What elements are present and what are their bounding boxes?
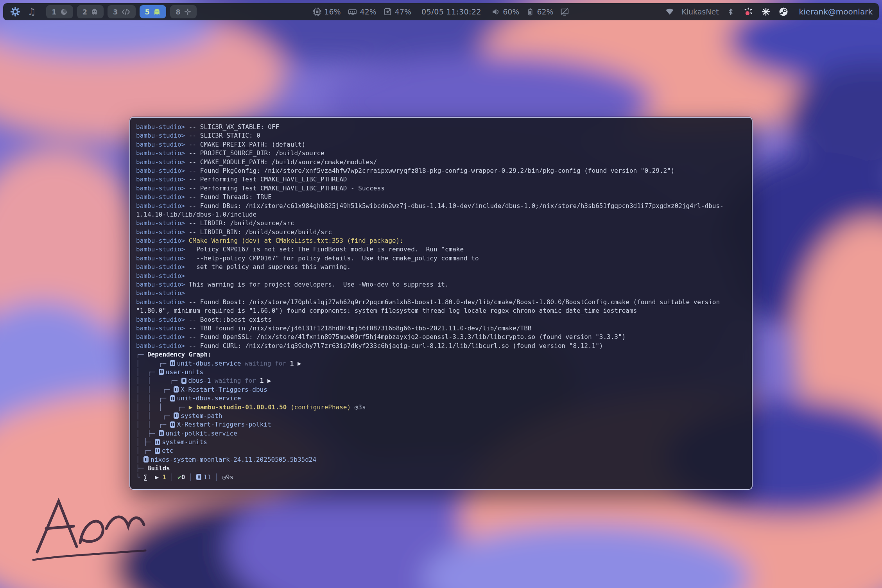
log-text: set the policy and suppress this warning… [189, 263, 351, 271]
pause-icon [143, 456, 149, 463]
dependency-graph-line: │ ┌─ etc [136, 446, 746, 455]
graph-warrow: ▶ [267, 377, 271, 384]
graph-name: X-Restart-Triggers-dbus [181, 386, 267, 393]
terminal-line: bambu-studio> -- Performing Test CMAKE_H… [136, 184, 746, 193]
log-prefix: bambu-studio> [136, 185, 189, 192]
volume-stat: 60% [491, 7, 519, 16]
log-text: -- Found Threads: TRUE [189, 193, 272, 201]
graph-num: 1 [162, 473, 166, 481]
log-prefix: bambu-studio> [136, 219, 189, 227]
workspace-2[interactable]: 2 [77, 5, 104, 18]
workspace-number: 8 [176, 8, 181, 16]
graph-warrow: ▶ [155, 473, 162, 481]
tree-connector: ├─ [136, 464, 147, 472]
terminal-line: bambu-studio> -- TBB found in /nix/store… [136, 324, 746, 333]
screen-share-off-icon [561, 7, 569, 16]
nix-menu-icon[interactable] [9, 6, 21, 18]
terminal-line: bambu-studio> This warning is for projec… [136, 280, 746, 289]
graph-pnum: 11 [203, 473, 211, 481]
dependency-graph-line: │ nixos-system-moonlark-24.11.20250505.5… [136, 455, 746, 464]
terminal-line: bambu-studio> -- Found DBus: /nix/store/… [136, 202, 746, 210]
dependency-graph-line: │ ┌─ unit-dbus.service waiting for 1 ▶ [136, 359, 746, 368]
tree-connector: │ ┌─ [136, 447, 155, 454]
tree-connector: │ ├─ [136, 430, 159, 437]
graph-name: system-units [162, 438, 207, 446]
graph-name: unit-dbus.service [177, 394, 241, 402]
workspace-3[interactable]: 3 [108, 5, 136, 18]
pause-icon [155, 448, 160, 454]
log-prefix: bambu-studio> [136, 289, 189, 297]
graph-name: system-path [181, 412, 222, 419]
log-prefix: bambu-studio> [136, 167, 189, 174]
graph-build: bambu-studio-01.00.01.50 [196, 403, 287, 411]
music-note-icon[interactable]: ♫ [26, 6, 38, 18]
terminal-line: bambu-studio> -- Found PkgConfig: /nix/s… [136, 167, 746, 175]
terminal-line: bambu-studio> Policy CMP0167 is not set:… [136, 245, 746, 254]
graph-dim: waiting for [211, 377, 260, 384]
steam-icon[interactable] [778, 6, 789, 18]
dependency-graph-line: └ ∑ ▶ 1 │ ✔0 │ 11 │ ◷9s [136, 473, 746, 482]
terminal-window[interactable]: bambu-studio> -- SLIC3R_WX_STABLE: OFFba… [129, 117, 753, 490]
top-bar-left: ♫ 12358 [9, 5, 197, 18]
network-name[interactable]: KlukasNet [681, 7, 719, 16]
graph-sep: │ [211, 473, 222, 481]
workspace-5-active[interactable]: 5 [140, 5, 167, 18]
screen-share-off [561, 7, 569, 16]
wifi-icon[interactable] [664, 6, 676, 18]
volume-icon [491, 7, 500, 16]
workspace-1[interactable]: 1 [46, 5, 73, 18]
log-text: -- CMAKE_MODULE_PATH: /build/source/cmak… [189, 158, 377, 166]
dependency-graph-line: ┌─ Dependency Graph: [136, 350, 746, 359]
dependency-graph-line: │ ├─ system-units [136, 438, 746, 446]
terminal-line: bambu-studio> [136, 272, 746, 280]
pause-icon [170, 395, 175, 402]
graph-warrow: ▶ [298, 360, 301, 367]
dependency-graph-line: │ ┌─ user-units [136, 368, 746, 376]
desktop: ♫ 12358 16% 42% 47% 05/05 11:30:22 [0, 0, 882, 588]
disk-stat: 47% [384, 7, 411, 16]
log-text: -- Found Boost: /nix/store/170phls1qj27w… [189, 298, 720, 306]
clock: 05/05 11:30:22 [421, 7, 481, 16]
graph-sep: │ [166, 473, 177, 481]
moon-icon [60, 8, 68, 16]
tree-connector: │ ├─ [136, 438, 155, 446]
terminal-line: bambu-studio> [136, 289, 746, 298]
memory-stat: 42% [348, 7, 376, 16]
code-icon [122, 9, 130, 15]
terminal-line: bambu-studio> --help-policy CMP0167" for… [136, 254, 746, 263]
workspace-switcher: 12358 [46, 5, 197, 18]
tree-connector: └ [136, 473, 143, 481]
log-text: This warning is for project developers. … [189, 281, 449, 288]
tree-connector: │ │ ┌─ [136, 421, 170, 428]
tree-connector: │ [136, 456, 143, 463]
battery-icon [526, 7, 534, 16]
starburst-icon[interactable] [760, 6, 772, 18]
log-text: -- SLIC3R_STATIC: 0 [189, 132, 260, 139]
workspace-8[interactable]: 8 [170, 5, 197, 18]
graph-strong: 1 [290, 360, 298, 367]
disk-icon [384, 7, 392, 16]
pause-icon [196, 474, 201, 480]
graph-name: unit-dbus.service [177, 360, 241, 367]
tree-connector: │ │ ┌─ [136, 377, 181, 384]
terminal-line: bambu-studio> -- LIBDIR: /build/source/s… [136, 219, 746, 228]
dependency-graph-line: │ ├─ unit-polkit.service [136, 429, 746, 438]
system-stats: 16% 42% 47% 05/05 11:30:22 60% [313, 7, 569, 16]
terminal-line: 1.14.10-lib/lib/dbus-1.0/include [136, 210, 746, 219]
graph-dim: waiting for [241, 360, 290, 367]
log-prefix: bambu-studio> [136, 158, 189, 166]
log-text: -- Performing Test CMAKE_HAVE_LIBC_PTHRE… [189, 176, 347, 183]
dependency-graph-line: │ │ ┌─ system-path [136, 412, 746, 420]
log-text: -- Found CURL: /nix/store/iq39chy7l7zr63… [189, 342, 603, 350]
slack-icon [184, 8, 191, 15]
bluetooth-icon[interactable] [725, 6, 737, 18]
tray-app-busy-icon[interactable] [742, 6, 754, 18]
memory-value: 42% [360, 7, 376, 16]
log-prefix: bambu-studio> [136, 263, 189, 271]
tree-connector: ┌─ [136, 351, 147, 358]
pause-icon [181, 378, 186, 384]
log-prefix: bambu-studio> [136, 272, 189, 280]
terminal-line: bambu-studio> -- SLIC3R_STATIC: 0 [136, 131, 746, 140]
dependency-graph-line: │ │ │ ┌─ ▶ bambu-studio-01.00.01.50 (con… [136, 403, 746, 412]
graph-name: X-Restart-Triggers-polkit [177, 421, 271, 428]
